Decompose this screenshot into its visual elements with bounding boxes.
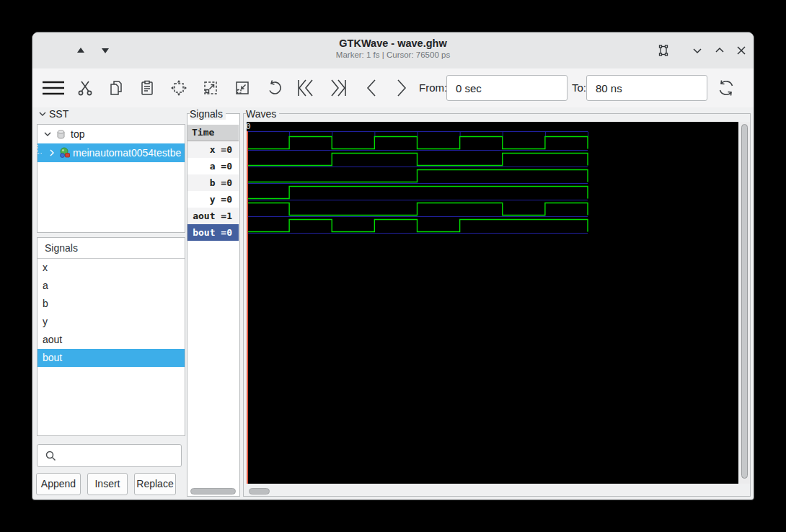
search-icon bbox=[44, 449, 57, 462]
sst-expander[interactable]: SST bbox=[38, 108, 69, 120]
list-item[interactable]: b bbox=[37, 295, 185, 313]
toolbar: From: To: bbox=[32, 68, 754, 107]
keep-below-button[interactable] bbox=[97, 43, 113, 58]
triangle-up-icon bbox=[76, 46, 86, 55]
trace-b bbox=[247, 170, 588, 182]
expander-caret-icon[interactable] bbox=[48, 148, 56, 157]
list-item[interactable]: aout bbox=[37, 331, 185, 349]
values-hscrollbar-thumb[interactable] bbox=[190, 488, 236, 495]
zoom-out-button[interactable] bbox=[234, 79, 251, 97]
from-input[interactable] bbox=[446, 75, 568, 101]
zoom-out-icon bbox=[234, 79, 251, 97]
trace-aout bbox=[247, 203, 588, 216]
titlebar[interactable]: GTKWave - wave.ghw Marker: 1 fs | Cursor… bbox=[32, 32, 754, 68]
trace-x bbox=[247, 137, 588, 149]
expander-caret-icon bbox=[38, 110, 47, 118]
skip-start-icon bbox=[296, 79, 317, 97]
zoom-in-button[interactable] bbox=[202, 79, 219, 97]
signal-value-row[interactable]: x =0 bbox=[187, 141, 239, 158]
waves-hscrollbar[interactable] bbox=[247, 487, 738, 497]
zoom-in-icon bbox=[202, 79, 219, 97]
chevron-right-icon bbox=[394, 79, 410, 97]
window-title: GTKWave - wave.ghw bbox=[32, 37, 754, 49]
chevron-left-icon bbox=[363, 79, 379, 97]
list-item[interactable]: a bbox=[37, 277, 185, 295]
zoom-fit-button[interactable] bbox=[170, 79, 187, 97]
tree-node-label: meinautomat0054testbe bbox=[73, 147, 181, 159]
fullscreen-button[interactable] bbox=[655, 43, 671, 58]
append-button[interactable]: Append bbox=[36, 473, 81, 495]
list-item-selected[interactable]: bout bbox=[37, 349, 185, 367]
sst-tree-panel: top meinautomat0054testbe bbox=[37, 124, 185, 233]
gtkwave-window: GTKWave - wave.ghw Marker: 1 fs | Cursor… bbox=[32, 32, 754, 500]
waves-canvas[interactable]: 0 bbox=[247, 122, 738, 484]
cut-icon bbox=[76, 79, 94, 97]
chevron-down-icon bbox=[691, 44, 704, 57]
copy-traces-button[interactable] bbox=[107, 79, 125, 97]
chevron-up-icon bbox=[713, 44, 726, 57]
triangle-down-icon bbox=[100, 46, 110, 55]
menu-button[interactable] bbox=[41, 79, 66, 97]
trace-y bbox=[247, 187, 588, 199]
trace-bout bbox=[247, 220, 588, 232]
trace-a bbox=[247, 154, 588, 166]
signal-search-field[interactable] bbox=[37, 444, 182, 467]
to-input[interactable] bbox=[586, 75, 707, 101]
shift-right-button[interactable] bbox=[393, 79, 410, 97]
reload-button[interactable] bbox=[716, 79, 736, 97]
window-subtitle: Marker: 1 fs | Cursor: 76500 ps bbox=[32, 50, 754, 59]
signal-value-row[interactable]: y =0 bbox=[187, 191, 239, 208]
signal-value-row[interactable]: b =0 bbox=[187, 174, 239, 191]
zoom-fit-icon bbox=[170, 79, 187, 97]
tree-node-label: top bbox=[71, 128, 84, 140]
list-item[interactable]: y bbox=[37, 313, 185, 331]
fullscreen-icon bbox=[657, 44, 670, 57]
minimize-button[interactable] bbox=[689, 43, 705, 58]
module-hierarchy-icon bbox=[59, 147, 71, 159]
cut-traces-button[interactable] bbox=[76, 79, 94, 97]
skip-end-icon bbox=[327, 79, 348, 97]
waveform-plot bbox=[247, 122, 738, 484]
database-icon bbox=[56, 129, 66, 140]
signal-values-frame-label: Signals bbox=[190, 108, 226, 120]
sst-label: SST bbox=[49, 108, 69, 120]
waves-frame-label: Waves bbox=[246, 108, 279, 120]
time-header[interactable]: Time bbox=[187, 125, 239, 141]
replace-button[interactable]: Replace bbox=[134, 473, 176, 495]
from-label: From: bbox=[419, 81, 447, 94]
hamburger-icon bbox=[42, 80, 65, 96]
close-icon bbox=[735, 44, 748, 57]
zoom-undo-button[interactable] bbox=[265, 79, 283, 97]
list-item[interactable]: x bbox=[37, 259, 185, 277]
maximize-button[interactable] bbox=[712, 43, 728, 58]
paste-icon bbox=[138, 79, 156, 97]
reload-icon bbox=[716, 78, 736, 98]
insert-button[interactable]: Insert bbox=[87, 473, 128, 495]
signals-list-panel: Signals x a b y aout bout bbox=[37, 237, 185, 436]
to-label: To: bbox=[572, 81, 586, 94]
tree-node-testbench[interactable]: meinautomat0054testbe bbox=[37, 143, 185, 162]
signal-value-row-selected[interactable]: bout =0 bbox=[187, 224, 239, 241]
expander-caret-icon[interactable] bbox=[43, 130, 52, 138]
waves-vscrollbar[interactable] bbox=[740, 122, 750, 484]
waves-hscrollbar-thumb[interactable] bbox=[249, 488, 270, 495]
keep-above-button[interactable] bbox=[73, 43, 89, 58]
copy-icon bbox=[107, 79, 125, 97]
signal-value-row[interactable]: a =0 bbox=[187, 158, 239, 174]
values-hscrollbar[interactable] bbox=[188, 487, 239, 497]
waves-vscrollbar-thumb[interactable] bbox=[741, 124, 748, 479]
close-button[interactable] bbox=[733, 43, 749, 58]
signal-value-row[interactable]: aout =1 bbox=[187, 208, 239, 224]
paste-traces-button[interactable] bbox=[138, 79, 156, 97]
tree-node-top[interactable]: top bbox=[37, 125, 185, 143]
shift-left-button[interactable] bbox=[363, 79, 380, 97]
undo-icon bbox=[265, 79, 283, 97]
fetch-right-button[interactable] bbox=[327, 79, 348, 97]
fetch-left-button[interactable] bbox=[296, 79, 317, 97]
signals-list-header: Signals bbox=[37, 238, 185, 259]
ruler-origin-label: 0 bbox=[247, 122, 251, 131]
